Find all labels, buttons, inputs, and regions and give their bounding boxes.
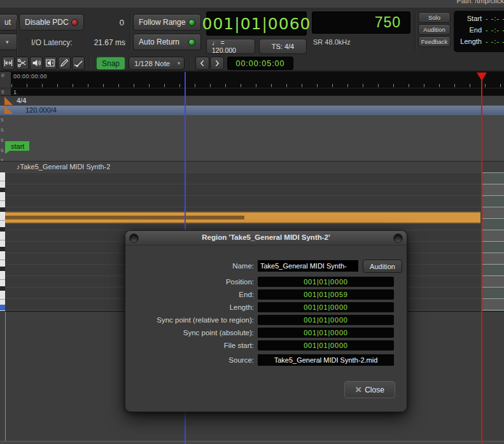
- region-clock-field[interactable]: 001|01|0000: [258, 302, 394, 312]
- nudge-clock[interactable]: 00:00:05:00: [227, 57, 293, 70]
- field-label: Length:: [129, 302, 254, 312]
- region-clock-field[interactable]: 001|01|0059: [258, 289, 394, 300]
- timecode-ruler[interactable]: e 00:00:00:00: [0, 72, 504, 88]
- close-button[interactable]: × Close: [344, 381, 395, 398]
- nudge-forward-button[interactable]: [210, 57, 224, 70]
- bars-ruler[interactable]: s 1: [0, 88, 504, 95]
- range-mode-icon: [3, 58, 13, 68]
- edit-tools-toolbar: Snap 1/128 Note ▾ 00:00:05:00: [0, 55, 504, 72]
- dropdown-arrow-icon: ▾: [6, 39, 9, 45]
- region-clock-field[interactable]: 001|01|0000: [258, 340, 394, 350]
- toolbar-separator: [189, 57, 190, 69]
- meter-label: 4/4: [17, 97, 26, 104]
- range-start-row: Start - -:- -: [454, 13, 504, 24]
- session-path-bar: Path: /tmp/click: [0, 0, 504, 8]
- range-mode-tool-button[interactable]: [2, 57, 15, 70]
- ruler-label-fragment: s: [1, 127, 4, 133]
- session-path-label: Path: /tmp/click: [456, 0, 504, 4]
- secondary-clock[interactable]: 750: [312, 11, 410, 34]
- io-latency-value: 21.67 ms: [81, 38, 125, 47]
- midi-note-bar[interactable]: [5, 216, 244, 219]
- chevron-right-icon: [213, 59, 221, 68]
- field-label: Sync point (absolute):: [129, 328, 254, 338]
- track-name-row[interactable]: ♪Take5_General MIDI Synth-2: [0, 162, 504, 172]
- region-name-input[interactable]: Take5_General MIDI Synth-: [258, 260, 358, 272]
- toolbar-separator: [130, 13, 130, 51]
- auto-return-led-icon: [188, 39, 195, 46]
- chevron-down-icon: ▾: [178, 60, 180, 66]
- solo-button[interactable]: Solo: [418, 12, 451, 23]
- tempo-marker-icon[interactable]: [4, 106, 13, 114]
- monitor-dropdown-button[interactable]: ▾: [0, 34, 18, 50]
- ruler-label-fragment: s: [1, 116, 4, 123]
- primary-clock[interactable]: 001|01|0060: [206, 11, 307, 36]
- dialog-title: Region 'Take5_General MIDI Synth-2': [125, 233, 407, 241]
- ruler-ticks: [11, 84, 504, 87]
- ardour-editor-window: Path: /tmp/click ut ▾ Disable PDC 0 I/O …: [0, 0, 504, 444]
- edit-mode-icon: [73, 58, 83, 68]
- playhead-marker-icon[interactable]: [477, 73, 487, 81]
- time-signature-button[interactable]: TS: 4/4: [259, 39, 307, 54]
- field-label: End:: [129, 289, 254, 300]
- timeline-rulers[interactable]: e 00:00:00:00 s 1 4/4 120.000/4: [0, 72, 504, 115]
- ruler-label-fragment: s: [1, 137, 4, 143]
- region-clock-field[interactable]: 001|01|0000: [258, 277, 394, 287]
- region-source-field: Take5_General MIDI Synth-2.mid: [258, 354, 394, 366]
- range-length-row: Length - -:- -: [454, 36, 504, 46]
- field-label: Position:: [129, 277, 254, 287]
- region-audition-button[interactable]: Audition: [363, 260, 402, 273]
- location-markers-area[interactable]: sssss start: [0, 115, 504, 161]
- field-label: Name:: [129, 260, 254, 272]
- timecode-origin-label: 00:00:00:00: [13, 73, 47, 80]
- start-location-marker[interactable]: start: [5, 141, 29, 151]
- transport-toolbar: ut ▾ Disable PDC 0 I/O Latency: 21.67 ms…: [0, 8, 504, 56]
- draw-mode-tool-button[interactable]: [58, 57, 71, 70]
- ruler-label-fragment: s: [1, 147, 4, 153]
- field-label: Sync point (relative to region):: [129, 315, 254, 325]
- chevron-left-icon: [198, 59, 207, 68]
- internal-edit-mode-icon: [45, 58, 55, 68]
- audition-button[interactable]: Audition: [418, 24, 451, 35]
- tempo-button[interactable]: ♩ = 120.000: [206, 39, 255, 54]
- region-clock-field[interactable]: 001|01|0000: [258, 328, 394, 338]
- nudge-back-button[interactable]: [195, 57, 209, 70]
- toolbar-separator: [89, 57, 90, 69]
- playhead-line[interactable]: [481, 73, 482, 444]
- piano-strip-highlight: [0, 305, 5, 310]
- feedback-button[interactable]: Feedback: [418, 36, 451, 47]
- audition-mode-icon: [31, 58, 41, 68]
- close-x-icon: ×: [355, 384, 361, 395]
- sample-rate-label: SR 48.0kHz: [313, 38, 351, 46]
- region-clock-field[interactable]: 001|01|0000: [258, 315, 394, 325]
- bar-number-label: 1: [13, 89, 17, 95]
- meter-marker-icon[interactable]: [4, 97, 13, 105]
- snap-button[interactable]: Snap: [96, 57, 125, 70]
- monitor-out-button[interactable]: ut: [0, 14, 18, 31]
- auto-return-button[interactable]: Auto Return: [133, 34, 201, 50]
- region-properties-dialog[interactable]: Region 'Take5_General MIDI Synth-2' Name…: [125, 230, 407, 412]
- meter-ruler[interactable]: 4/4: [0, 95, 504, 106]
- edit-mode-tool-button[interactable]: [72, 57, 85, 70]
- follow-range-led-icon: [188, 19, 195, 26]
- cut-mode-icon: [17, 58, 27, 68]
- tempo-label: 120.000/4: [25, 106, 57, 114]
- disable-pdc-button[interactable]: Disable PDC: [19, 14, 84, 31]
- cut-mode-tool-button[interactable]: [16, 57, 29, 70]
- grid-unit-dropdown[interactable]: 1/128 Note ▾: [129, 57, 185, 70]
- dialog-titlebar[interactable]: Region 'Take5_General MIDI Synth-2': [125, 231, 407, 246]
- bottom-scroll-strip[interactable]: [0, 441, 504, 444]
- pdc-count: 0: [95, 18, 124, 27]
- internal-edit-mode-tool-button[interactable]: [44, 57, 57, 70]
- piano-keyboard-strip[interactable]: [0, 172, 5, 311]
- beyond-session-stripes: [482, 172, 504, 311]
- range-clock-panel: Start - -:- - End - -:- - Length - -:- -: [454, 11, 504, 52]
- track-name-label: Take5_General MIDI Synth-2: [20, 163, 111, 170]
- tempo-ruler[interactable]: 120.000/4: [0, 106, 504, 115]
- follow-range-button[interactable]: Follow Range: [133, 14, 201, 31]
- midi-region[interactable]: [5, 211, 480, 224]
- toolbar-separator: [17, 20, 17, 57]
- draw-mode-icon: [59, 58, 69, 68]
- field-label: Source:: [129, 354, 254, 366]
- pdc-led-icon: [71, 19, 78, 26]
- audition-mode-tool-button[interactable]: [30, 57, 43, 70]
